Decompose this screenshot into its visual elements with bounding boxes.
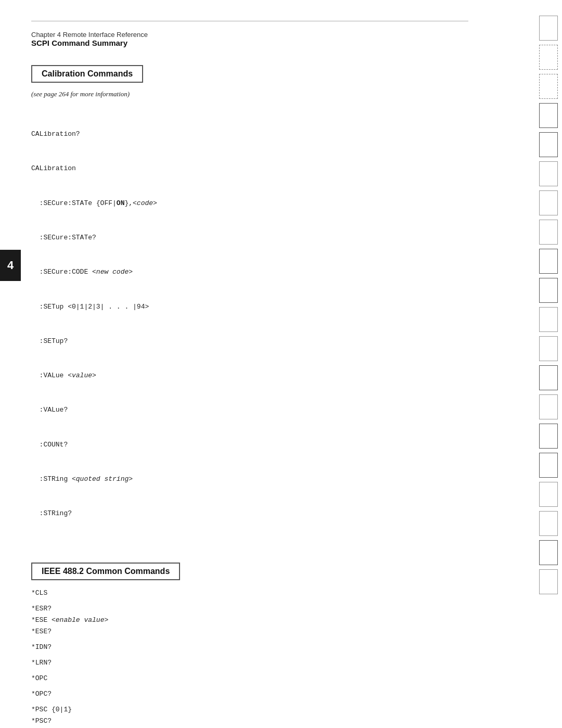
calibration-note: (see page 264 for more information): [31, 90, 468, 98]
ieee-cmd-idn: *IDN?: [31, 642, 468, 653]
top-divider: [31, 21, 468, 21]
section-title: SCPI Command Summary: [31, 39, 468, 47]
cal-cmd-9: :VALue?: [31, 404, 468, 416]
thumb-4[interactable]: [539, 103, 558, 128]
thumb-11[interactable]: [539, 307, 558, 332]
main-content: Chapter 4 Remote Interface Reference SCP…: [0, 0, 510, 728]
thumb-3[interactable]: [539, 74, 558, 99]
thumb-14[interactable]: [539, 394, 558, 419]
cal-cmd-6: :SETup <0|1|2|3| . . . |94>: [31, 301, 468, 313]
thumb-10[interactable]: [539, 278, 558, 303]
thumb-5[interactable]: [539, 132, 558, 157]
chapter-tab: 4: [0, 250, 21, 281]
cal-cmd-5: :SECure:CODE <new code>: [31, 266, 468, 278]
thumb-16[interactable]: [539, 453, 558, 478]
cal-cmd-1: CALibration?: [31, 129, 468, 140]
thumb-18[interactable]: [539, 511, 558, 536]
ieee-section-label: IEEE 488.2 Common Commands: [42, 567, 170, 576]
ieee-cmd-esr: *ESR? *ESE <enable value> *ESE?: [31, 603, 468, 637]
thumb-19[interactable]: [539, 540, 558, 565]
cal-cmd-10: :COUNt?: [31, 439, 468, 451]
thumb-1[interactable]: [539, 16, 558, 41]
thumb-15[interactable]: [539, 424, 558, 449]
cal-cmd-2: CALibration: [31, 163, 468, 174]
thumb-2[interactable]: [539, 45, 558, 70]
thumb-13[interactable]: [539, 365, 558, 390]
ieee-section-box: IEEE 488.2 Common Commands: [31, 563, 180, 580]
calibration-section-label: Calibration Commands: [42, 69, 133, 78]
cal-cmd-8: :VALue <value>: [31, 370, 468, 381]
ieee-cmd-psc: *PSC {0|1} *PSC?: [31, 704, 468, 727]
cal-cmd-12: :STRing?: [31, 508, 468, 519]
cal-cmd-4: :SECure:STATe?: [31, 232, 468, 244]
ieee-cmd-opcq: *OPC?: [31, 688, 468, 700]
cal-cmd-3: :SECure:STATe {OFF|ON},<code>: [31, 198, 468, 209]
cal-cmd-11: :STRing <quoted string>: [31, 474, 468, 485]
calibration-commands-block: CALibration? CALibration :SECure:STATe {…: [31, 106, 468, 543]
thumb-17[interactable]: [539, 482, 558, 507]
ieee-cmd-cls: *CLS: [31, 587, 468, 599]
ieee-cmd-lrn: *LRN?: [31, 657, 468, 669]
thumb-7[interactable]: [539, 190, 558, 215]
cal-cmd-7: :SETup?: [31, 336, 468, 347]
right-thumbnails: [535, 0, 562, 728]
calibration-section-box: Calibration Commands: [31, 65, 143, 83]
thumb-6[interactable]: [539, 161, 558, 186]
chapter-ref: Chapter 4 Remote Interface Reference: [31, 31, 468, 39]
chapter-header: Chapter 4 Remote Interface Reference SCP…: [31, 31, 468, 47]
thumb-20[interactable]: [539, 569, 558, 594]
thumb-12[interactable]: [539, 336, 558, 361]
thumb-8[interactable]: [539, 220, 558, 245]
thumb-9[interactable]: [539, 249, 558, 274]
ieee-cmd-opc: *OPC: [31, 673, 468, 684]
